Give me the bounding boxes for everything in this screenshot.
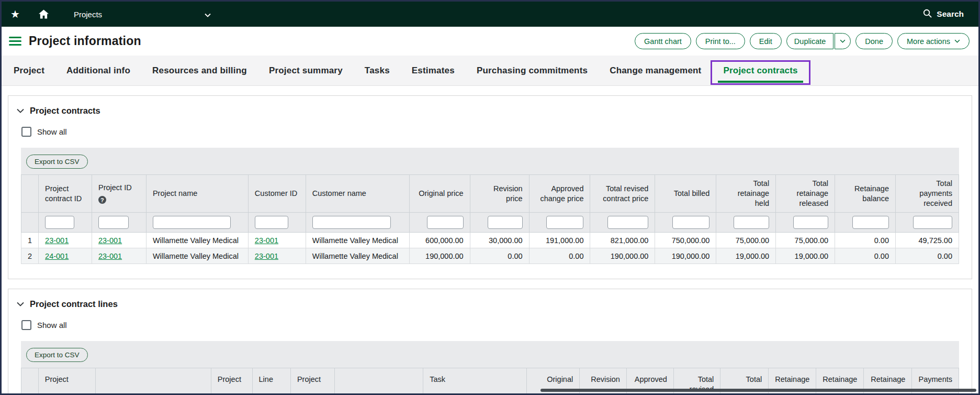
column-header-line[interactable]: Line <box>252 368 290 395</box>
filter-input-retainage-balance[interactable] <box>852 216 889 229</box>
filter-input-customer-name[interactable] <box>312 216 391 229</box>
cell: 23-001 <box>248 233 306 248</box>
filter-input-project-id[interactable] <box>98 216 129 229</box>
collapse-chevron-icon[interactable] <box>17 302 24 306</box>
filter-input-project-name[interactable] <box>153 216 231 229</box>
filter-input-total-retainage-held[interactable] <box>734 216 769 229</box>
duplicate-caret-button[interactable] <box>835 33 851 49</box>
show-all-checkbox[interactable] <box>21 320 31 330</box>
column-header-original-price[interactable]: Original price <box>409 175 470 213</box>
filter-input-customer-id[interactable] <box>255 216 288 229</box>
filter-input-total-billed[interactable] <box>672 216 709 229</box>
content-area: Project contracts Show all Export to CSV… <box>2 86 978 395</box>
filter-cell <box>248 213 306 233</box>
column-header-project-contract-id[interactable]: Project contract ID <box>39 175 92 213</box>
filter-input-total-revised-contract-price[interactable] <box>607 216 648 229</box>
column-header-total-revised-contract-price[interactable]: Total revised contract price <box>590 175 655 213</box>
duplicate-split-button: Duplicate <box>786 33 851 49</box>
cell-link[interactable]: 23-001 <box>98 252 122 260</box>
search-button[interactable]: Search <box>923 9 964 20</box>
duplicate-button[interactable]: Duplicate <box>786 33 833 49</box>
filter-cell <box>716 213 776 233</box>
row-number-cell: 1 <box>21 233 39 248</box>
column-header-retainage-balance[interactable]: Retainage balance <box>835 175 896 213</box>
column-header-project-name[interactable]: Project name <box>146 175 248 213</box>
cell-link[interactable]: 23-001 <box>255 236 278 245</box>
cell: Willamette Valley Medical <box>146 233 248 248</box>
tab-project[interactable]: Project <box>3 56 55 85</box>
column-header-blank <box>95 368 211 395</box>
filter-input-approved-change-price[interactable] <box>546 216 583 229</box>
table-row: 123-00123-001Willamette Valley Medical23… <box>21 233 959 248</box>
show-all-label: Show all <box>37 127 67 136</box>
export-to-csv-button[interactable]: Export to CSV <box>26 155 88 169</box>
horizontal-scrollbar-thumb[interactable] <box>540 389 976 392</box>
filter-cell <box>655 213 716 233</box>
cell-link[interactable]: 23-001 <box>98 236 122 245</box>
column-header-revision-price[interactable]: Revision price <box>470 175 529 213</box>
filter-input-project-contract-id[interactable] <box>45 216 74 229</box>
home-icon[interactable] <box>39 9 49 19</box>
section-title: Project contract lines <box>30 299 118 309</box>
tab-purchasing-commitments[interactable]: Purchasing commitments <box>466 56 599 85</box>
table-row: 224-00123-001Willamette Valley Medical23… <box>21 248 959 264</box>
column-header-total-retainage-released[interactable]: Total retainage released <box>776 175 835 213</box>
collapse-chevron-icon[interactable] <box>17 108 24 113</box>
list-menu-icon[interactable] <box>9 37 21 46</box>
column-header-task[interactable]: Task <box>423 368 527 395</box>
cell-link[interactable]: 24-001 <box>45 252 69 260</box>
export-to-csv-button[interactable]: Export to CSV <box>26 348 88 362</box>
cell-link[interactable]: 23-001 <box>45 236 69 245</box>
table-header-row: Project contract IDProject ID?Project na… <box>21 175 959 213</box>
column-header-project-id[interactable]: Project ID? <box>92 175 146 213</box>
column-header-approved-change-price[interactable]: Approved change price <box>529 175 590 213</box>
column-header-total-payments-received[interactable]: Total payments received <box>895 175 959 213</box>
filter-cell <box>529 213 590 233</box>
cell: 30,000.00 <box>470 233 529 248</box>
column-header-project[interactable]: Project <box>38 368 95 395</box>
search-icon <box>923 9 932 20</box>
done-button[interactable]: Done <box>855 33 893 49</box>
cell: 0.00 <box>529 248 590 264</box>
cell-link[interactable]: 23-001 <box>255 252 278 260</box>
filter-cell <box>776 213 835 233</box>
tab-project-contracts[interactable]: Project contracts <box>712 56 808 85</box>
cell: Willamette Valley Medical <box>306 233 409 248</box>
column-header-total-billed[interactable]: Total billed <box>655 175 716 213</box>
cell: 190,000.00 <box>409 248 470 264</box>
column-header-blank <box>21 368 39 395</box>
tab-change-management[interactable]: Change management <box>599 56 712 85</box>
column-header-blank <box>334 368 423 395</box>
filter-input-total-payments-received[interactable] <box>913 216 952 229</box>
cell: 19,000.00 <box>776 248 835 264</box>
help-icon[interactable]: ? <box>98 196 106 204</box>
cell: 23-001 <box>39 233 92 248</box>
tab-additional-info[interactable]: Additional info <box>55 56 141 85</box>
tab-estimates[interactable]: Estimates <box>401 56 466 85</box>
cell: 0.00 <box>470 248 529 264</box>
column-header-project[interactable]: Project <box>290 368 334 395</box>
column-header-customer-name[interactable]: Customer name <box>306 175 409 213</box>
filter-input-revision-price[interactable] <box>488 216 523 229</box>
filter-input-original-price[interactable] <box>427 216 464 229</box>
filter-cell <box>470 213 529 233</box>
show-all-row: Show all <box>21 320 972 330</box>
column-header-project[interactable]: Project <box>211 368 252 395</box>
edit-button[interactable]: Edit <box>750 33 782 49</box>
contracts-table-mount: Project contract IDProject ID?Project na… <box>21 174 959 264</box>
more-actions-button[interactable]: More actions <box>897 33 970 49</box>
filter-input-total-retainage-released[interactable] <box>793 216 828 229</box>
print-to-button[interactable]: Print to... <box>696 33 745 49</box>
gantt-chart-button[interactable]: Gantt chart <box>635 33 691 49</box>
show-all-label: Show all <box>37 321 67 330</box>
column-header-total-retainage-held[interactable]: Total retainage held <box>716 175 776 213</box>
filter-cell <box>92 213 146 233</box>
tab-tasks[interactable]: Tasks <box>354 56 401 85</box>
show-all-checkbox[interactable] <box>21 127 31 137</box>
chevron-down-icon <box>954 39 960 43</box>
projects-nav-dropdown[interactable]: Projects <box>74 10 211 19</box>
column-header-customer-id[interactable]: Customer ID <box>248 175 306 213</box>
tab-project-summary[interactable]: Project summary <box>258 56 354 85</box>
tab-resources-and-billing[interactable]: Resources and billing <box>141 56 258 85</box>
favorites-star-icon[interactable]: ★ <box>10 9 20 19</box>
